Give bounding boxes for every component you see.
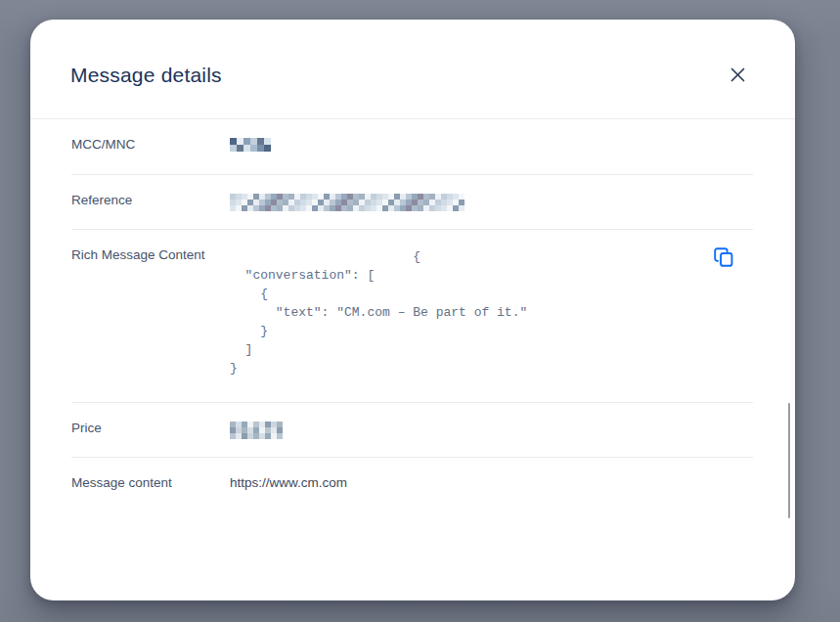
copy-button[interactable] [711,244,736,270]
row-label: MCC/MNC [71,136,230,153]
modal-backdrop: Message details MCC/MNC Reference [0,0,840,622]
modal-title: Message details [70,64,222,87]
row-label: Message content [71,474,230,491]
detail-row-reference: Reference [71,175,753,230]
scrollbar[interactable] [788,403,790,518]
message-details-modal: Message details MCC/MNC Reference [30,20,795,600]
detail-row-rich-message-content: Rich Message Content { "conversation": [… [71,230,753,403]
redacted-value-price [230,422,283,439]
row-label: Price [71,420,230,436]
modal-body: MCC/MNC Reference Rich Message Content {… [30,119,795,600]
message-content-value: https://www.cm.com [230,474,347,491]
close-button[interactable] [724,62,751,89]
row-label: Rich Message Content [71,246,230,263]
modal-header: Message details [30,20,795,119]
detail-row-message-content: Message content https://www.cm.com [71,458,753,512]
detail-row-price: Price [71,403,753,458]
row-label: Reference [71,192,230,208]
redacted-value-reference [230,194,464,211]
detail-row-mcc-mnc: MCC/MNC [71,119,753,175]
redacted-value-mcc [230,138,271,152]
copy-icon [713,246,734,268]
close-icon [729,67,746,83]
rich-message-json: { "conversation": [ { "text": "CM.com – … [230,247,527,378]
